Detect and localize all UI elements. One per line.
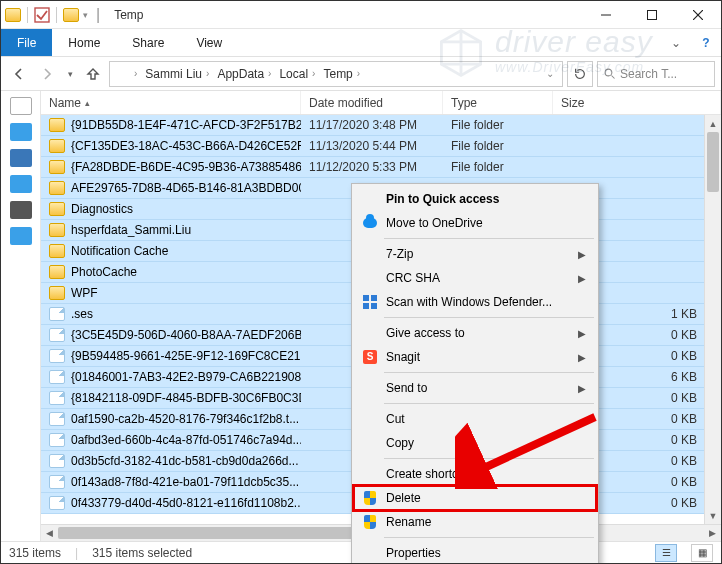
file-name: {3C5E45D9-506D-4060-B8AA-7AEDF206B... [71,328,301,342]
close-button[interactable] [675,1,721,29]
file-icon [49,433,65,447]
scroll-right-icon[interactable]: ▶ [704,528,721,538]
shield-icon [364,515,376,529]
folder-icon [49,118,65,132]
scroll-up-icon[interactable]: ▲ [705,115,721,132]
file-name: hsperfdata_Sammi.Liu [71,223,191,237]
file-date: 11/17/2020 3:48 PM [301,118,443,132]
vertical-scrollbar[interactable]: ▲ ▼ [704,115,721,524]
share-tab[interactable]: Share [116,29,180,56]
addressbar[interactable]: › Sammi Liu› AppData› Local› Temp› ⌄ [109,61,563,87]
chevron-right-icon: › [353,68,364,79]
chevron-right-icon: ▶ [578,383,586,394]
scrollbar-thumb[interactable] [707,132,719,192]
folder-icon[interactable] [63,8,79,22]
item-count: 315 items [9,546,61,560]
menu-send-to[interactable]: Send to▶ [354,376,596,400]
table-row[interactable]: {FA28DBDE-B6DE-4C95-9B36-A73885486...11/… [41,157,721,178]
refresh-button[interactable] [567,61,593,87]
desktop-icon[interactable] [10,123,32,141]
details-view-button[interactable]: ☰ [655,544,677,562]
chevron-right-icon: › [202,68,213,79]
minimize-button[interactable] [583,1,629,29]
folder-icon [49,244,65,258]
scroll-left-icon[interactable]: ◀ [41,528,58,538]
chevron-right-icon[interactable]: › [130,68,141,79]
menu-crc-sha[interactable]: CRC SHA▶ [354,266,596,290]
downloads-icon[interactable] [10,149,32,167]
defender-icon [363,295,377,309]
svg-rect-9 [363,303,369,309]
folder-icon [49,223,65,237]
breadcrumb[interactable]: Local› [277,67,321,81]
forward-button[interactable] [35,62,59,86]
help-icon[interactable]: ? [691,29,721,56]
file-name: {91DB55D8-1E4F-471C-AFCD-3F2F517B2... [71,118,301,132]
home-tab[interactable]: Home [52,29,116,56]
menu-rename[interactable]: Rename [354,510,596,534]
file-name: 0f143ad8-7f8d-421e-ba01-79f11dcb5c35... [71,475,299,489]
file-icon [49,475,65,489]
file-type: File folder [443,160,553,174]
folder-icon [49,202,65,216]
large-icons-view-button[interactable]: ▦ [691,544,713,562]
menu-cut[interactable]: Cut [354,407,596,431]
scroll-down-icon[interactable]: ▼ [705,507,721,524]
file-name: Diagnostics [71,202,133,216]
file-name: PhotoCache [71,265,137,279]
documents-icon[interactable] [10,175,32,193]
file-type: File folder [443,118,553,132]
col-date[interactable]: Date modified [301,91,443,114]
ribbon-tabs: File Home Share View ⌄ ? [1,29,721,57]
cloud-icon [363,218,377,228]
breadcrumb[interactable]: Temp› [321,67,366,81]
maximize-button[interactable] [629,1,675,29]
col-name[interactable]: Name▴ [41,91,301,114]
up-button[interactable] [81,62,105,86]
network-icon[interactable] [10,227,32,245]
chevron-right-icon: › [264,68,275,79]
menu-copy[interactable]: Copy [354,431,596,455]
nav-pane[interactable] [1,91,41,541]
file-icon [49,454,65,468]
table-row[interactable]: {91DB55D8-1E4F-471C-AFCD-3F2F517B2...11/… [41,115,721,136]
file-name: Notification Cache [71,244,168,258]
folder-icon [49,181,65,195]
back-button[interactable] [7,62,31,86]
qat-dropdown-icon[interactable]: ▾ [81,10,90,20]
qat-properties-icon[interactable] [34,7,50,23]
menu-delete[interactable]: Delete [354,486,596,510]
breadcrumb[interactable]: Sammi Liu› [143,67,215,81]
col-size[interactable]: Size [553,91,721,114]
selection-count: 315 items selected [92,546,192,560]
menu-defender[interactable]: Scan with Windows Defender... [354,290,596,314]
menu-give-access[interactable]: Give access to▶ [354,321,596,345]
file-icon [49,328,65,342]
breadcrumb[interactable]: AppData› [215,67,277,81]
recent-dropdown-icon[interactable]: ▾ [63,62,77,86]
search-input[interactable]: Search T... [597,61,715,87]
menu-move-onedrive[interactable]: Move to OneDrive [354,211,596,235]
pc-icon[interactable] [10,201,32,219]
col-type[interactable]: Type [443,91,553,114]
menu-7zip[interactable]: 7-Zip▶ [354,242,596,266]
menu-properties[interactable]: Properties [354,541,596,564]
file-name: WPF [71,286,98,300]
folder-icon [49,265,65,279]
file-date: 11/12/2020 5:33 PM [301,160,443,174]
file-name: 0afbd3ed-660b-4c4a-87fd-051746c7a94d... [71,433,301,447]
file-name: {9B594485-9661-425E-9F12-169FC8CE21E... [71,349,301,363]
ribbon-expand-icon[interactable]: ⌄ [661,29,691,56]
menu-snagit[interactable]: SSnagit▶ [354,345,596,369]
titlebar: ▾ | Temp [1,1,721,29]
file-name: 0f433779-d40d-45d0-8121-e116fd1108b2... [71,496,301,510]
folder-icon [5,8,21,22]
table-row[interactable]: {CF135DE3-18AC-453C-B66A-D426CE52F...11/… [41,136,721,157]
quickaccess-icon[interactable] [10,97,32,115]
menu-create-shortcut[interactable]: Create shortcut [354,462,596,486]
search-placeholder: Search T... [620,67,677,81]
file-tab[interactable]: File [1,29,52,56]
address-dropdown-icon[interactable]: ⌄ [542,68,558,79]
view-tab[interactable]: View [180,29,238,56]
menu-pin-quick-access[interactable]: Pin to Quick access [354,187,596,211]
